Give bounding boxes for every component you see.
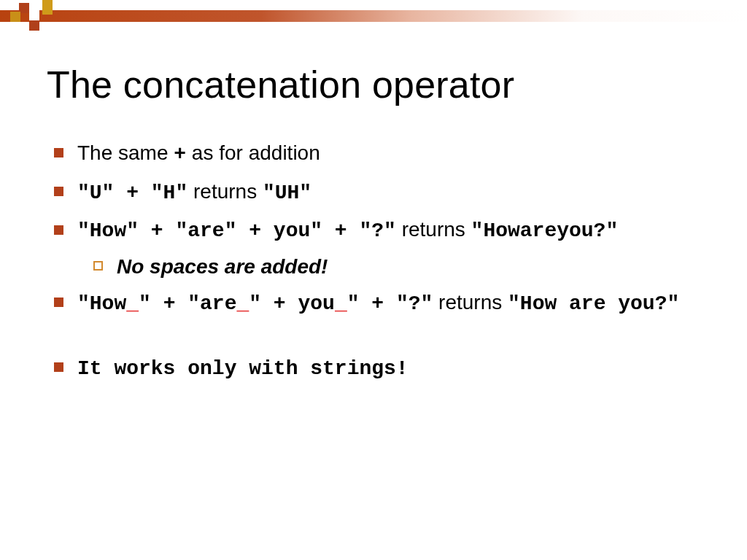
returns-label: returns bbox=[396, 218, 471, 241]
code-segment: " + "?" bbox=[347, 292, 433, 315]
list-item: The same + as for addition bbox=[54, 139, 712, 170]
text: as for addition bbox=[186, 141, 320, 164]
bullet-list: The same + as for addition "U" + "H" ret… bbox=[54, 139, 712, 384]
code-expr: "U" + "H" bbox=[77, 182, 187, 204]
underscore-highlight: _ bbox=[236, 292, 249, 315]
deco-square-icon bbox=[19, 3, 29, 13]
emphasis-text: It works only with strings! bbox=[77, 357, 409, 380]
code-result: "UH" bbox=[263, 182, 311, 204]
list-item: It works only with strings! bbox=[54, 353, 712, 384]
sub-list: No spaces are added! bbox=[93, 252, 712, 281]
sub-list-item: No spaces are added! bbox=[93, 252, 712, 281]
deco-square-icon bbox=[10, 12, 20, 22]
deco-square-icon bbox=[29, 20, 39, 31]
returns-label: returns bbox=[433, 291, 508, 314]
code-segment: " + "are bbox=[139, 292, 236, 315]
code-expr: "How" + "are" + you" + "?" bbox=[77, 219, 396, 242]
returns-label: returns bbox=[187, 180, 263, 203]
underscore-highlight: _ bbox=[126, 292, 139, 315]
slide-title: The concatenation operator bbox=[47, 63, 712, 106]
header-gradient bbox=[0, 10, 747, 22]
header-decoration bbox=[0, 0, 747, 32]
code-segment: " + you bbox=[249, 292, 335, 315]
list-item: "U" + "H" returns "UH" bbox=[54, 177, 712, 209]
code-result: "Howareyou?" bbox=[471, 219, 619, 242]
plus-operator: + bbox=[174, 143, 186, 166]
slide-content: The concatenation operator The same + as… bbox=[47, 63, 712, 391]
code-result: "How are you?" bbox=[508, 292, 679, 315]
text: The same bbox=[77, 141, 174, 164]
deco-square-icon bbox=[42, 0, 53, 15]
deco-square-icon bbox=[29, 10, 39, 20]
code-segment: "How bbox=[77, 292, 126, 315]
underscore-highlight: _ bbox=[335, 292, 347, 315]
spacer bbox=[54, 327, 712, 353]
list-item: "How" + "are" + you" + "?" returns "Howa… bbox=[54, 215, 712, 281]
list-item: "How_" + "are_" + you_" + "?" returns "H… bbox=[54, 288, 712, 319]
